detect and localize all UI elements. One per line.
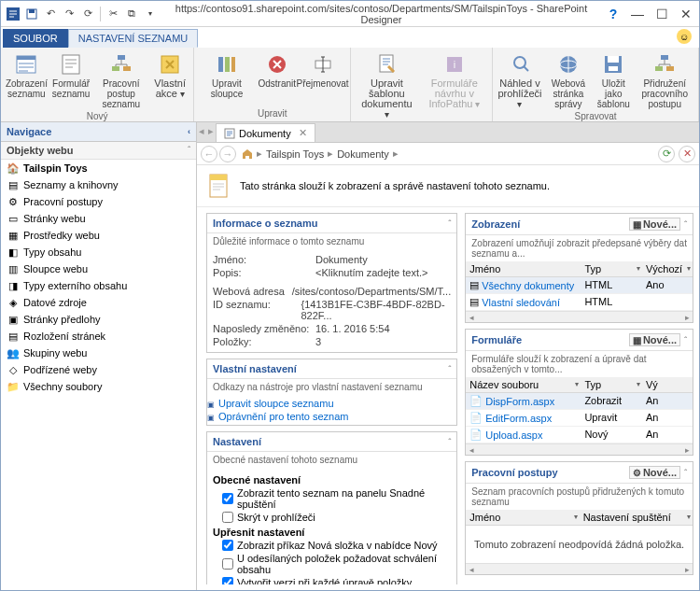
ribbon: Zobrazení seznamu Formulář seznamu Praco… bbox=[1, 48, 699, 122]
refresh-icon[interactable]: ⟳ bbox=[79, 6, 96, 22]
panel-forms: Formuláře▦ Nové...ˆ Formuláře slouží k z… bbox=[465, 329, 693, 456]
nav-header: Navigace‹ bbox=[1, 122, 196, 142]
breadcrumb-item[interactable]: Tailspin Toys bbox=[266, 148, 324, 160]
collapse-icon[interactable]: ˆ bbox=[448, 364, 451, 373]
svg-rect-32 bbox=[210, 175, 227, 180]
ribbon-save-template[interactable]: Uložit jako šablonu bbox=[594, 49, 633, 111]
svg-rect-15 bbox=[231, 57, 235, 72]
new-form-button[interactable]: ▦ Nové... bbox=[629, 333, 680, 346]
svg-rect-13 bbox=[218, 57, 223, 72]
svg-rect-4 bbox=[17, 56, 35, 60]
permissions-link[interactable]: Oprávnění pro tento seznam bbox=[218, 411, 348, 422]
table-row[interactable]: 📄EditForm.aspxUpravitAn bbox=[466, 410, 693, 427]
panel-workflows: Pracovní postupy⚙ Nové...ˆ Seznam pracov… bbox=[465, 461, 693, 575]
tab-list-settings[interactable]: NASTAVENÍ SEZNAMU bbox=[68, 29, 199, 48]
collapse-icon[interactable]: ˆ bbox=[684, 219, 687, 229]
forward-icon[interactable]: → bbox=[219, 146, 236, 162]
redo-icon[interactable]: ↷ bbox=[61, 6, 77, 22]
table-row[interactable]: 📄DispForm.aspxZobrazitAn bbox=[466, 393, 693, 410]
ribbon-delete[interactable]: Odstranit bbox=[258, 49, 297, 91]
nav-item[interactable]: ▤Rozložení stránek bbox=[1, 328, 196, 345]
breadcrumb-item[interactable]: Dokumenty bbox=[337, 148, 389, 160]
svg-rect-14 bbox=[225, 57, 230, 72]
nav-item[interactable]: 🏠Tailspin Toys bbox=[1, 160, 196, 176]
help-icon[interactable]: ? bbox=[604, 5, 623, 23]
tab-fwd-icon[interactable]: ▸ bbox=[208, 125, 217, 137]
nav-item[interactable]: ▦Prostředky webu bbox=[1, 227, 196, 244]
collapse-icon[interactable]: ˆ bbox=[448, 437, 451, 446]
svg-rect-9 bbox=[118, 55, 125, 60]
nav-item[interactable]: ◈Datové zdroje bbox=[1, 294, 196, 311]
svg-rect-10 bbox=[112, 66, 119, 71]
ribbon-rename[interactable]: Přejmenovat bbox=[299, 49, 347, 91]
collapse-icon[interactable]: ˆ bbox=[684, 335, 687, 345]
feedback-icon[interactable]: ☺ bbox=[677, 29, 692, 44]
setting-checkbox[interactable]: Zobrazit tento seznam na panelu Snadné s… bbox=[213, 486, 451, 511]
home-icon[interactable] bbox=[242, 148, 253, 160]
new-workflow-button[interactable]: ⚙ Nové... bbox=[629, 466, 680, 479]
nav-item[interactable]: ◨Typy externího obsahu bbox=[1, 277, 196, 294]
list-desc-link[interactable]: <Kliknutím zadejte text.> bbox=[315, 267, 427, 278]
setting-checkbox[interactable]: Skrýt v prohlížeči bbox=[213, 511, 451, 524]
save-icon[interactable] bbox=[23, 6, 40, 22]
tab-file[interactable]: SOUBOR bbox=[3, 29, 68, 48]
setting-checkbox[interactable]: U odesílaných položek požadovat schválen… bbox=[213, 552, 451, 576]
setting-checkbox[interactable]: Vytvořit verzi při každé úpravě položky bbox=[213, 576, 451, 584]
tab-back-icon[interactable]: ◂ bbox=[199, 125, 208, 137]
minimize-icon[interactable]: — bbox=[628, 5, 647, 23]
collapse-icon[interactable]: ˆ bbox=[684, 468, 687, 477]
ribbon-list-form[interactable]: Formulář seznamu bbox=[50, 49, 92, 101]
close-icon[interactable]: ✕ bbox=[677, 5, 695, 23]
panel-views: Zobrazení▦ Nové...ˆ Zobrazení umožňují z… bbox=[465, 213, 693, 323]
ribbon-custom-action[interactable]: Vlastní akce ▾ bbox=[150, 49, 189, 101]
list-name-link[interactable]: Dokumenty bbox=[315, 254, 368, 265]
nav-item[interactable]: ▤Seznamy a knihovny bbox=[1, 176, 196, 193]
nav-collapse-icon[interactable]: ‹ bbox=[188, 127, 190, 136]
empty-workflows-text: Tomuto zobrazení neodpovídá žádná položk… bbox=[466, 526, 693, 563]
collapse-icon[interactable]: ˆ bbox=[448, 218, 451, 228]
table-row[interactable]: ▤Vlastní sledováníHTML bbox=[466, 294, 693, 311]
table-row[interactable]: ▤Všechny dokumentyHTMLAno bbox=[466, 277, 693, 294]
close-tab-icon[interactable]: ✕ bbox=[299, 127, 307, 139]
refresh-icon[interactable]: ⟳ bbox=[658, 146, 675, 162]
nav-item[interactable]: ◧Typy obsahu bbox=[1, 244, 196, 260]
ribbon-preview[interactable]: Náhled v prohlížeči ▾ bbox=[497, 49, 542, 111]
back-icon[interactable]: ← bbox=[201, 146, 217, 162]
ribbon-workflow[interactable]: Pracovní postup seznamu bbox=[93, 49, 148, 111]
ribbon-list-view[interactable]: Zobrazení seznamu bbox=[5, 49, 49, 101]
nav-item[interactable]: ⚙Pracovní postupy bbox=[1, 193, 196, 210]
setting-checkbox[interactable]: Zobrazit příkaz Nová složka v nabídce No… bbox=[213, 539, 451, 552]
svg-rect-7 bbox=[65, 63, 77, 64]
new-view-button[interactable]: ▦ Nové... bbox=[629, 218, 680, 231]
ribbon-workflow-assoc[interactable]: Přidružení pracovního postupu bbox=[635, 49, 694, 111]
ribbon-edit-template[interactable]: Upravit šablonu dokumentu ▾ bbox=[355, 49, 418, 121]
ribbon-admin-page[interactable]: Webová stránka správy bbox=[545, 49, 593, 111]
nav-item[interactable]: ▥Sloupce webu bbox=[1, 260, 196, 277]
nav-item[interactable]: ◇Podřízené weby bbox=[1, 361, 196, 378]
undo-icon[interactable]: ↶ bbox=[42, 6, 59, 22]
window-title: https://contoso91.sharepoint.com/sites/c… bbox=[159, 3, 604, 25]
svg-rect-25 bbox=[608, 56, 619, 63]
dropdown-icon[interactable]: ▾ bbox=[142, 6, 159, 22]
svg-rect-2 bbox=[29, 9, 35, 13]
svg-text:i: i bbox=[454, 59, 455, 70]
table-row[interactable]: 📄Upload.aspxNovýAn bbox=[466, 427, 693, 443]
svg-rect-8 bbox=[65, 66, 73, 68]
stop-icon[interactable]: ✕ bbox=[679, 146, 695, 162]
breadcrumb: ← → ▸ Tailspin Toys ▸ Dokumenty ▸ ⟳ ✕ bbox=[197, 143, 699, 165]
nav-subheader[interactable]: Objekty webuˆ bbox=[1, 142, 196, 160]
edit-columns-link[interactable]: Upravit sloupce seznamu bbox=[218, 398, 334, 409]
nav-item[interactable]: 👥Skupiny webu bbox=[1, 345, 196, 361]
nav-item[interactable]: ▣Stránky předlohy bbox=[1, 311, 196, 328]
chevron-icon: ˆ bbox=[188, 145, 190, 154]
cut-icon[interactable]: ✂ bbox=[105, 6, 121, 22]
ribbon-infopath: iFormuláře návrhu v InfoPathu ▾ bbox=[420, 49, 488, 111]
ribbon-edit-columns[interactable]: Upravit sloupce bbox=[198, 49, 256, 101]
svg-rect-29 bbox=[666, 66, 674, 71]
document-tab[interactable]: Dokumenty✕ bbox=[216, 123, 315, 142]
maximize-icon[interactable]: ☐ bbox=[652, 5, 671, 23]
copy-icon[interactable]: ⧉ bbox=[123, 6, 140, 22]
nav-item[interactable]: 📁Všechny soubory bbox=[1, 378, 196, 395]
nav-item[interactable]: ▭Stránky webu bbox=[1, 210, 196, 227]
panel-info: Informace o seznamuˆ Důležité informace … bbox=[206, 213, 457, 353]
